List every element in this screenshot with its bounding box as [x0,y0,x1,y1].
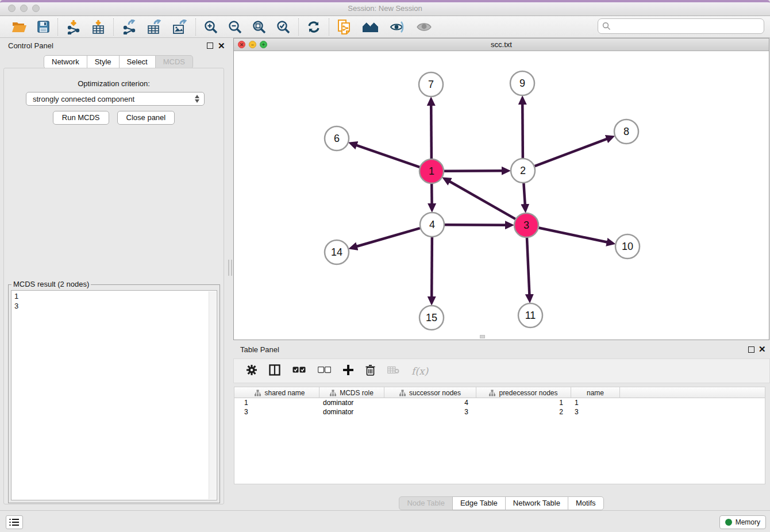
edge-2-9[interactable] [522,103,523,158]
column-header-MCDS-role[interactable]: MCDS role [319,387,384,398]
table-panel-title: Table Panel [240,345,279,354]
cell-successor-nodes[interactable]: 4 [384,399,476,407]
import-table-button[interactable] [86,18,110,36]
select-all-button[interactable] [292,367,306,375]
function-builder-button[interactable]: f(x) [411,365,428,377]
edge-4-3[interactable] [445,225,506,225]
network-canvas[interactable]: 7968124314101511 [234,51,769,340]
table-row[interactable]: 1dominator411 [234,398,765,407]
unselect-all-button[interactable] [318,367,331,375]
close-panel-button[interactable]: Close panel [117,111,175,125]
checked-boxes-icon [292,367,306,373]
import-network-button[interactable] [61,18,86,36]
column-header-name[interactable]: name [571,387,620,398]
edge-4-15[interactable] [432,237,432,298]
export-image-button[interactable] [167,18,192,36]
mcds-result-area[interactable]: 1 3 [11,290,217,500]
mcds-panel: Optimization criterion: strongly connect… [3,68,224,504]
cell-name[interactable]: 1 [571,399,620,407]
apply-layout-button[interactable] [302,18,326,36]
cell-predecessor-nodes[interactable]: 1 [476,399,571,407]
network-window-title: scc.txt [234,40,769,49]
network-window-titlebar[interactable]: ✕ − + scc.txt [234,38,769,51]
node-label-14: 14 [331,246,342,258]
toolbar-separator [57,18,58,36]
edge-3-1[interactable] [449,181,515,219]
run-mcds-button[interactable]: Run MCDS [53,111,109,125]
edge-1-7[interactable] [431,105,432,159]
optimization-criterion-label: Optimization criterion: [4,79,224,88]
cell-predecessor-nodes[interactable]: 2 [476,408,571,416]
open-folder-icon [12,21,27,33]
memory-button[interactable]: Memory [719,515,766,529]
panel-splitter-handle[interactable] [228,260,232,276]
export-table-icon [147,20,162,34]
column-header-shared-name[interactable]: shared name [241,387,319,398]
edge-1-2[interactable] [444,171,503,171]
tab-style[interactable]: Style [87,55,120,69]
zoom-out-button[interactable] [223,18,247,36]
edge-3-11[interactable] [527,238,529,295]
control-panel-float-button[interactable] [207,43,213,49]
table-row[interactable]: 3dominator323 [234,407,765,417]
edge-1-6[interactable] [356,145,419,167]
delete-table-button[interactable] [387,366,399,376]
cell-name[interactable]: 3 [571,408,620,416]
edge-3-10[interactable] [539,228,608,242]
cell-successor-nodes[interactable]: 3 [384,408,476,416]
global-search-field[interactable] [598,18,764,34]
export-image-icon [172,20,187,34]
column-header-successor-nodes[interactable]: successor nodes [384,387,476,398]
tab-motifs[interactable]: Motifs [568,496,604,510]
show-networks-button[interactable] [357,18,384,36]
tab-node-table[interactable]: Node Table [399,496,453,510]
edge-2-8[interactable] [535,138,608,166]
search-input[interactable] [611,21,764,32]
criterion-dropdown[interactable]: strongly connected component [26,92,205,106]
node-label-3: 3 [523,219,529,231]
export-table-button[interactable] [142,18,167,36]
task-history-button[interactable] [6,515,23,529]
tab-network[interactable]: Network [44,55,87,69]
show-graphics-button[interactable] [411,18,437,36]
edge-4-14[interactable] [356,228,420,246]
cell-MCDS-role[interactable]: dominator [319,408,384,416]
tab-select[interactable]: Select [119,55,156,69]
export-network-button[interactable] [117,18,142,36]
column-header-predecessor-nodes[interactable]: predecessor nodes [476,387,571,398]
canvas-splitter-handle[interactable] [480,335,485,338]
show-column-button[interactable] [269,364,280,377]
tab-edge-table[interactable]: Edge Table [452,496,506,510]
main-toolbar [0,16,770,38]
cell-shared-name[interactable]: 1 [241,399,319,407]
zoom-fit-button[interactable] [247,18,271,36]
node-label-10: 10 [622,241,633,252]
save-session-button[interactable] [32,18,55,36]
tab-mcds[interactable]: MCDS [155,55,193,69]
column-label: successor nodes [409,389,461,397]
table-panel-float-button[interactable] [748,346,754,353]
open-session-button[interactable] [7,18,32,36]
tab-network-table[interactable]: Network Table [505,496,568,510]
delete-row-button[interactable] [365,365,375,377]
node-table-body: 1dominator4113dominator323 [234,398,765,417]
mcds-result-lines: 1 3 [11,291,217,311]
table-panel-close-button[interactable]: ✕ [759,344,766,354]
unchecked-boxes-icon [318,367,331,373]
refresh-icon [307,20,321,34]
control-panel-close-button[interactable]: ✕ [218,41,225,51]
edge-2-3[interactable] [523,183,525,205]
node-table[interactable]: shared nameMCDS rolesuccessor nodesprede… [234,387,765,484]
search-icon [602,22,611,30]
network-graph[interactable]: 7968124314101511 [234,51,769,340]
hide-graphics-button[interactable] [384,18,411,36]
duplicate-network-button[interactable] [332,18,357,36]
table-settings-button[interactable] [247,365,257,377]
cell-shared-name[interactable]: 3 [241,408,319,416]
zoom-selected-button[interactable] [271,18,295,36]
add-row-button[interactable] [343,365,353,377]
cell-MCDS-role[interactable]: dominator [319,399,384,407]
result-scrollbar[interactable] [209,291,216,499]
column-label: name [587,389,604,397]
zoom-in-button[interactable] [199,18,223,36]
